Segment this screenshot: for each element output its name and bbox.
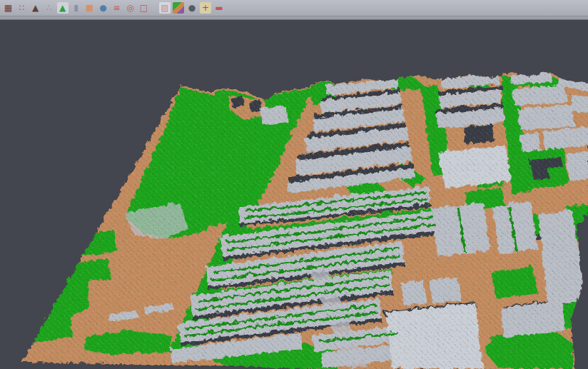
mountain-model-icon[interactable]: ▲ xyxy=(30,2,41,14)
globe-icon[interactable]: ● xyxy=(98,2,109,14)
viewport-3d[interactable] xyxy=(0,20,588,369)
main-toolbar: ▦∷▲∴▲▮■●≡◎□▨●+▬ xyxy=(0,0,588,16)
list-icon[interactable]: ≡ xyxy=(111,2,123,14)
sparse-points-icon[interactable]: ∴ xyxy=(44,2,55,14)
ring-settings-icon[interactable]: ◎ xyxy=(125,2,136,14)
ground-class-icon[interactable]: ■ xyxy=(84,2,96,14)
ribbon-tool-icon[interactable]: ▬ xyxy=(213,2,225,14)
open-data-icon[interactable]: ▦ xyxy=(3,2,14,14)
profile-bar-icon[interactable]: ▮ xyxy=(71,2,82,14)
select-bounds-icon[interactable]: □ xyxy=(138,2,150,14)
mesh-object-icon[interactable]: ● xyxy=(186,2,198,14)
terrain-dem-icon[interactable]: ▲ xyxy=(57,2,69,14)
move-transform-icon[interactable]: + xyxy=(200,2,211,14)
classification-icon[interactable] xyxy=(173,2,184,14)
point-cloud-canvas[interactable] xyxy=(0,20,588,369)
scatter-points-icon[interactable]: ∷ xyxy=(16,2,28,14)
clip-box-icon[interactable]: ▨ xyxy=(159,2,171,14)
